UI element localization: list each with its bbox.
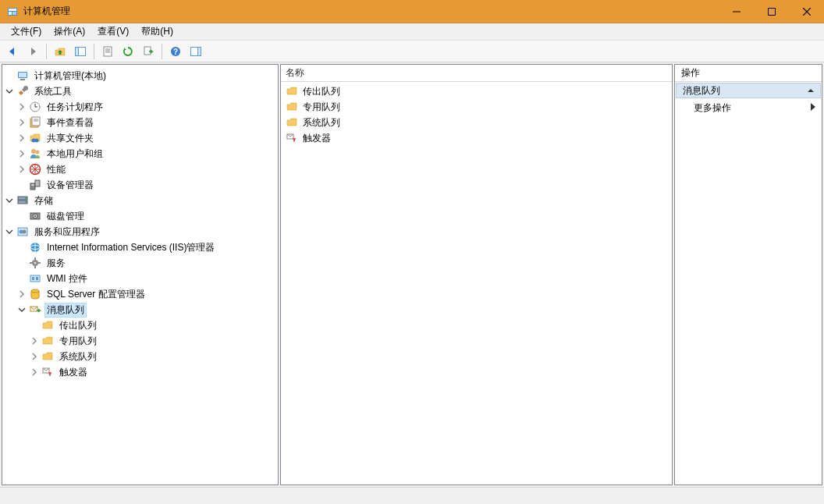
folder-icon <box>41 319 54 332</box>
navigation-tree[interactable]: 计算机管理(本地) 系统工具 任务计划程序 事件查看器 <box>2 65 278 383</box>
chevron-right-icon <box>811 102 815 113</box>
blank-expander <box>16 273 27 284</box>
svg-point-31 <box>31 149 36 154</box>
services-apps-icon <box>16 225 29 238</box>
chevron-right-icon[interactable] <box>16 133 27 144</box>
close-button[interactable] <box>789 0 824 23</box>
tree-msmq[interactable]: 消息队列 <box>4 302 276 318</box>
folder-icon <box>41 350 54 363</box>
list-pane: 名称 传出队列 专用队列 系统队列 触发器 <box>280 64 673 485</box>
gear-icon <box>29 257 41 269</box>
svg-rect-21 <box>20 79 25 80</box>
tree-label: 系统队列 <box>57 350 99 364</box>
chevron-right-icon[interactable] <box>16 164 27 175</box>
tree-sql[interactable]: SQL Server 配置管理器 <box>4 286 276 302</box>
msmq-icon <box>29 303 41 316</box>
svg-rect-62 <box>36 277 38 280</box>
tree-iis[interactable]: Internet Information Services (IIS)管理器 <box>4 240 276 255</box>
list-item[interactable]: 传出队列 <box>282 83 670 99</box>
svg-point-44 <box>25 201 27 203</box>
blank-expander <box>16 242 27 253</box>
blank-expander <box>29 320 40 331</box>
users-icon <box>29 147 41 160</box>
tree-outgoing-queues[interactable]: 传出队列 <box>4 318 276 333</box>
menu-file[interactable]: 文件(F) <box>5 23 48 40</box>
show-hide-action-button[interactable] <box>186 42 205 61</box>
toolbar: ? <box>0 41 824 62</box>
tree-disk-management[interactable]: 磁盘管理 <box>4 208 276 224</box>
tree-label: 系统工具 <box>32 84 74 99</box>
tree-label: 服务和应用程序 <box>32 225 102 240</box>
workspace: 计算机管理(本地) 系统工具 任务计划程序 事件查看器 <box>0 62 824 487</box>
chevron-down-icon[interactable] <box>4 226 15 237</box>
chevron-right-icon[interactable] <box>16 117 27 128</box>
collapse-icon[interactable] <box>808 85 814 96</box>
chevron-right-icon[interactable] <box>29 351 40 362</box>
action-more[interactable]: 更多操作 <box>675 99 822 116</box>
blank-expander <box>16 179 27 190</box>
list-item-label: 触发器 <box>303 132 331 145</box>
list-header[interactable]: 名称 <box>281 65 672 82</box>
tree-system-queues[interactable]: 系统队列 <box>4 349 276 364</box>
minimize-button[interactable] <box>719 0 754 23</box>
properties-button[interactable] <box>98 42 117 61</box>
tree-performance[interactable]: 性能 <box>4 161 276 177</box>
tree-system-tools[interactable]: 系统工具 <box>4 83 276 99</box>
disk-icon <box>29 210 41 222</box>
list-item-label: 专用队列 <box>303 101 340 114</box>
tree-event-viewer[interactable]: 事件查看器 <box>4 115 276 130</box>
storage-icon <box>16 194 29 207</box>
tools-icon <box>16 85 29 98</box>
chevron-down-icon[interactable] <box>4 86 15 97</box>
tree-local-users[interactable]: 本地用户和组 <box>4 146 276 161</box>
tree-triggers[interactable]: 触发器 <box>4 364 276 380</box>
tree-root[interactable]: 计算机管理(本地) <box>4 68 276 83</box>
event-viewer-icon <box>29 116 41 129</box>
iis-icon <box>29 241 41 254</box>
shared-folder-icon <box>29 132 41 144</box>
back-button[interactable] <box>3 42 22 61</box>
chevron-right-icon[interactable] <box>16 101 27 112</box>
tree-device-manager[interactable]: 设备管理器 <box>4 177 276 193</box>
help-button[interactable]: ? <box>166 42 185 61</box>
action-section-header[interactable]: 消息队列 <box>676 83 821 98</box>
chevron-right-icon[interactable] <box>16 148 27 159</box>
chevron-right-icon[interactable] <box>29 367 40 378</box>
tree-task-scheduler[interactable]: 任务计划程序 <box>4 99 276 115</box>
maximize-button[interactable] <box>754 0 789 23</box>
svg-rect-61 <box>32 277 34 280</box>
menu-action[interactable]: 操作(A) <box>48 23 91 40</box>
blank-expander <box>16 257 27 268</box>
tree-label-selected: 消息队列 <box>44 303 87 318</box>
svg-rect-9 <box>76 47 79 55</box>
tree-services-apps[interactable]: 服务和应用程序 <box>4 224 276 240</box>
tree-label: Internet Information Services (IIS)管理器 <box>44 240 217 255</box>
tree-wmi[interactable]: WMI 控件 <box>4 271 276 286</box>
wmi-icon <box>29 272 41 285</box>
tree-private-queues[interactable]: 专用队列 <box>4 333 276 349</box>
svg-rect-20 <box>19 73 27 77</box>
tree-storage[interactable]: 存储 <box>4 193 276 208</box>
list-item[interactable]: 专用队列 <box>282 99 670 115</box>
tree-services[interactable]: 服务 <box>4 255 276 271</box>
device-manager-icon <box>29 179 41 191</box>
show-hide-tree-button[interactable] <box>71 42 90 61</box>
blank-expander <box>16 211 27 222</box>
list-item[interactable]: 系统队列 <box>282 115 670 130</box>
chevron-right-icon[interactable] <box>29 335 40 346</box>
chevron-down-icon[interactable] <box>4 195 15 206</box>
export-button[interactable] <box>139 42 158 61</box>
tree-label: WMI 控件 <box>44 272 90 286</box>
menu-view[interactable]: 查看(V) <box>91 23 135 40</box>
refresh-button[interactable] <box>119 42 137 61</box>
up-button[interactable] <box>51 42 69 61</box>
forward-button[interactable] <box>23 42 42 61</box>
list-item[interactable]: 触发器 <box>282 130 670 146</box>
chevron-right-icon[interactable] <box>16 289 27 300</box>
toolbar-separator <box>162 44 162 59</box>
tree-shared-folders[interactable]: 共享文件夹 <box>4 130 276 146</box>
menu-help[interactable]: 帮助(H) <box>135 23 179 40</box>
chevron-down-icon[interactable] <box>16 304 27 315</box>
titlebar: 计算机管理 <box>0 0 824 23</box>
column-name[interactable]: 名称 <box>286 66 304 80</box>
